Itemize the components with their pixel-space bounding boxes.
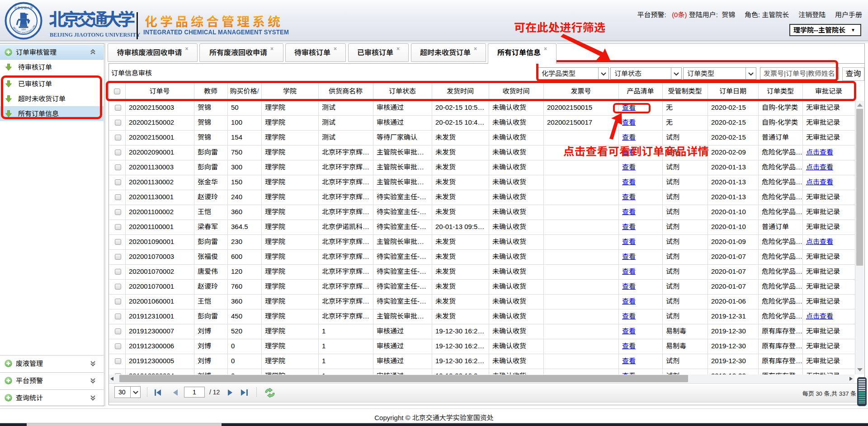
svg-text:1896: 1896 bbox=[21, 28, 26, 31]
svg-text:北京交通大学: 北京交通大学 bbox=[14, 5, 33, 10]
